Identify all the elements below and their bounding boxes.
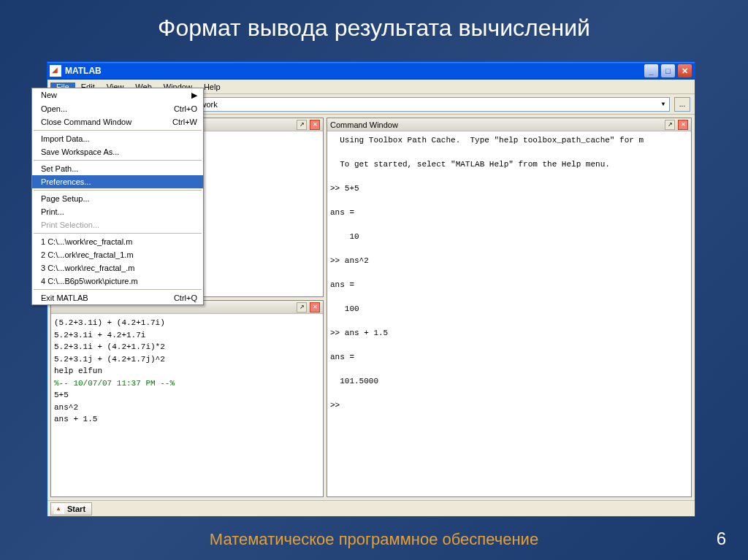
- menu-item-close-cmd[interactable]: Close Command WindowCtrl+W: [32, 115, 203, 129]
- slide-title: Формат вывода результата вычислений: [0, 0, 748, 42]
- work-area: ↗ ✕ nd New▶ Open...Ctrl+O Close Command …: [47, 115, 695, 500]
- panel-close-button[interactable]: ✕: [678, 120, 688, 130]
- matlab-window: MATLAB _ □ ✕ File Edit View Web Window H…: [47, 61, 695, 517]
- menu-item-recent3[interactable]: 3 C:\...work\rec_fractal_.m: [32, 261, 203, 275]
- menu-item-preferences[interactable]: Preferences...: [32, 175, 203, 188]
- menu-item-print[interactable]: Print...: [32, 205, 203, 218]
- current-dir-input[interactable]: C:\MATLAB6p5\work ▼: [140, 97, 670, 112]
- matlab-start-icon: [54, 504, 64, 514]
- menu-item-print-sel: Print Selection...: [32, 218, 203, 231]
- menu-item-new[interactable]: New▶: [32, 88, 203, 102]
- undock-button[interactable]: ↗: [297, 120, 307, 130]
- undock-button[interactable]: ↗: [665, 120, 675, 130]
- left-column: ↗ ✕ nd New▶ Open...Ctrl+O Close Command …: [50, 118, 324, 497]
- chevron-down-icon[interactable]: ▼: [660, 101, 666, 107]
- right-column: Command Window ↗ ✕ Using Toolbox Path Ca…: [327, 118, 692, 497]
- close-button[interactable]: ✕: [677, 64, 692, 78]
- command-window-panel: Command Window ↗ ✕ Using Toolbox Path Ca…: [327, 118, 692, 497]
- workspace-panel: ↗ ✕ nd New▶ Open...Ctrl+O Close Command …: [50, 118, 324, 297]
- browse-button[interactable]: ...: [674, 97, 690, 112]
- statusbar: Start: [47, 500, 695, 516]
- menu-item-save-ws[interactable]: Save Workspace As...: [32, 145, 203, 158]
- file-dropdown-menu: New▶ Open...Ctrl+O Close Command WindowC…: [31, 88, 204, 305]
- menu-item-import[interactable]: Import Data...: [32, 132, 203, 145]
- menu-item-recent1[interactable]: 1 C:\...\work\rec_fractal.m: [32, 235, 203, 248]
- command-window-body[interactable]: Using Toolbox Path Cache. Type "help too…: [327, 131, 691, 496]
- slide-footer: Математическое программное обеспечение: [0, 530, 748, 549]
- panel-close-button[interactable]: ✕: [310, 120, 320, 130]
- menu-item-open[interactable]: Open...Ctrl+O: [32, 102, 203, 115]
- history-panel: ↗ ✕ (5.2+3.1i) + (4.2+1.7i) 5.2+3.1i + 4…: [50, 300, 324, 497]
- panel-close-button[interactable]: ✕: [310, 302, 320, 312]
- window-title: MATLAB: [65, 66, 644, 76]
- history-body[interactable]: (5.2+3.1i) + (4.2+1.7i) 5.2+3.1i + 4.2+1…: [51, 314, 323, 496]
- menu-item-set-path[interactable]: Set Path...: [32, 162, 203, 175]
- minimize-button[interactable]: _: [644, 64, 659, 78]
- menu-item-page-setup[interactable]: Page Setup...: [32, 192, 203, 205]
- matlab-icon: [50, 65, 61, 77]
- undock-button[interactable]: ↗: [297, 302, 307, 312]
- titlebar[interactable]: MATLAB _ □ ✕: [47, 62, 695, 80]
- submenu-arrow-icon: ▶: [191, 91, 197, 100]
- start-button[interactable]: Start: [50, 502, 92, 515]
- page-number: 6: [717, 529, 726, 549]
- menu-item-recent2[interactable]: 2 C:\...ork\rec_fractal_1.m: [32, 248, 203, 261]
- maximize-button[interactable]: □: [660, 64, 676, 78]
- command-window-title: Command Window: [330, 120, 398, 129]
- menu-item-recent4[interactable]: 4 C:\...B6p5\work\picture.m: [32, 275, 203, 288]
- menu-item-exit[interactable]: Exit MATLABCtrl+Q: [32, 291, 203, 304]
